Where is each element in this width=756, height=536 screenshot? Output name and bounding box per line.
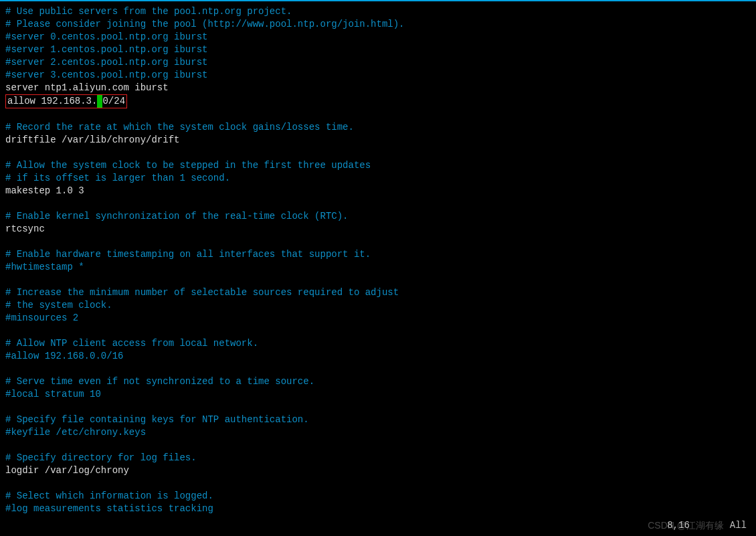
editor-line[interactable]: driftfile /var/lib/chrony/drift xyxy=(5,134,756,147)
editor-line[interactable]: #log measurements statistics tracking xyxy=(5,503,756,515)
editor-line[interactable] xyxy=(5,363,756,375)
editor-line[interactable]: # Allow NTP client access from local net… xyxy=(5,337,756,350)
editor-line[interactable]: # Use public servers from the pool.ntp.o… xyxy=(5,5,756,18)
editor-line[interactable] xyxy=(5,108,756,121)
editor-line[interactable]: # Allow the system clock to be stepped i… xyxy=(5,159,756,172)
editor-line[interactable]: #allow 192.168.0.0/16 xyxy=(5,350,756,363)
editor-line[interactable] xyxy=(5,236,756,248)
editor-line[interactable]: #hwtimestamp * xyxy=(5,261,756,274)
editor-line[interactable]: # Increase the minimum number of selecta… xyxy=(5,286,756,299)
editor-line[interactable]: # Serve time even if not synchronized to… xyxy=(5,375,756,388)
editor-line[interactable] xyxy=(5,325,756,337)
editor-line[interactable]: logdir /var/log/chrony xyxy=(5,464,756,477)
editor-line[interactable]: #server 3.centos.pool.ntp.org iburst xyxy=(5,69,756,82)
editor-line[interactable]: # Enable kernel synchronization of the r… xyxy=(5,210,756,223)
editor-line[interactable] xyxy=(5,477,756,490)
editor-line[interactable]: # Enable hardware timestamping on all in… xyxy=(5,248,756,261)
editor-line[interactable]: #minsources 2 xyxy=(5,312,756,325)
terminal-editor[interactable]: # Use public servers from the pool.ntp.o… xyxy=(0,1,756,515)
editor-line[interactable]: # Select which information is logged. xyxy=(5,490,756,503)
editor-line[interactable]: # Please consider joining the pool (http… xyxy=(5,18,756,31)
editor-line[interactable]: #server 0.centos.pool.ntp.org iburst xyxy=(5,31,756,43)
editor-line[interactable]: # the system clock. xyxy=(5,299,756,312)
editor-line[interactable] xyxy=(5,147,756,159)
editor-line[interactable]: rtcsync xyxy=(5,223,756,236)
highlighted-allow-line[interactable]: allow 192.168.3.00/24 xyxy=(5,94,127,108)
editor-line[interactable] xyxy=(5,274,756,286)
editor-line[interactable]: # Record the rate at which the system cl… xyxy=(5,121,756,134)
editor-line[interactable]: #server 1.centos.pool.ntp.org iburst xyxy=(5,43,756,56)
editor-line[interactable]: # if its offset is larger than 1 second. xyxy=(5,172,756,185)
editor-line[interactable]: # Specify file containing keys for NTP a… xyxy=(5,414,756,426)
editor-line[interactable] xyxy=(5,401,756,414)
editor-line[interactable]: #server 2.centos.pool.ntp.org iburst xyxy=(5,56,756,69)
allow-prefix: allow 192.168.3. xyxy=(7,96,97,106)
editor-line[interactable] xyxy=(5,439,756,452)
editor-line[interactable] xyxy=(5,197,756,210)
editor-line[interactable]: #local stratum 10 xyxy=(5,388,756,401)
editor-line[interactable]: server ntp1.aliyun.com iburst xyxy=(5,82,756,94)
allow-suffix: 0/24 xyxy=(102,96,125,106)
editor-line[interactable]: #keyfile /etc/chrony.keys xyxy=(5,426,756,439)
editor-line[interactable]: allow 192.168.3.00/24 xyxy=(5,94,756,108)
editor-line[interactable]: # Specify directory for log files. xyxy=(5,452,756,464)
editor-line[interactable]: makestep 1.0 3 xyxy=(5,185,756,197)
scroll-indicator: All xyxy=(730,520,747,531)
cursor-position: 8,16 xyxy=(667,520,690,531)
vi-status-line: 8,16All xyxy=(667,519,747,532)
